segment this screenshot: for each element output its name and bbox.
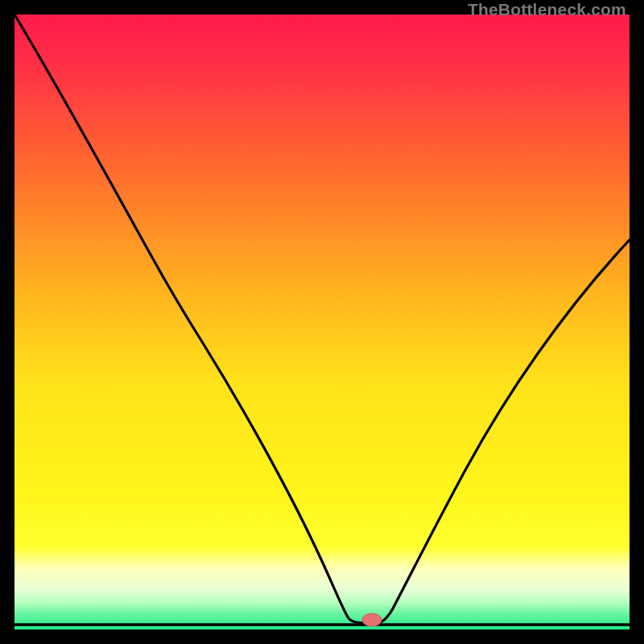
gradient-background	[14, 14, 630, 630]
bottleneck-chart	[14, 14, 630, 630]
optimum-marker	[362, 613, 382, 626]
watermark-text: TheBottleneck.com	[468, 0, 626, 19]
